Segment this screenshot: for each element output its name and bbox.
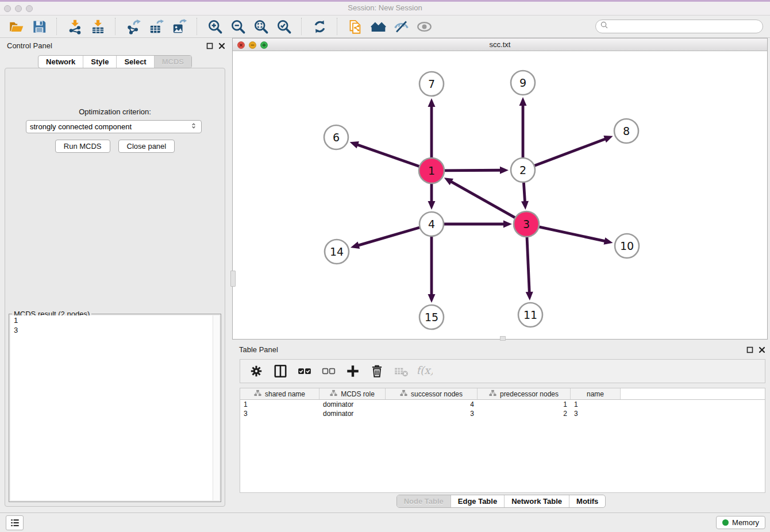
node-11[interactable]: 11 <box>518 303 542 327</box>
tab-network[interactable]: Network <box>38 56 83 68</box>
tab-mcds[interactable]: MCDS <box>154 56 191 68</box>
node-label: 9 <box>519 76 526 89</box>
node-label: 10 <box>620 240 634 252</box>
run-mcds-button[interactable]: Run MCDS <box>55 140 110 153</box>
toolbar-separator <box>115 18 116 35</box>
export-network-icon[interactable] <box>124 17 143 36</box>
table-panel: Table Panel f(x) shared nameMCDS rolesuc… <box>232 342 770 510</box>
export-table-icon[interactable] <box>147 17 165 36</box>
edge-1-4[interactable] <box>428 182 436 210</box>
tab-motifs[interactable]: Motifs <box>569 495 605 507</box>
node-6[interactable]: 6 <box>324 125 348 149</box>
memory-button[interactable]: Memory <box>716 516 765 529</box>
splitter-grip-bottom[interactable] <box>500 336 506 341</box>
tab-network-table[interactable]: Network Table <box>504 495 569 507</box>
search-input[interactable] <box>610 21 763 32</box>
table-cell[interactable]: 1 <box>571 400 621 409</box>
edge-2-8[interactable] <box>533 136 613 166</box>
eye-icon[interactable] <box>415 17 433 36</box>
float-table-panel-icon[interactable] <box>746 345 753 356</box>
edge-4-15[interactable] <box>428 235 436 303</box>
node-label: 15 <box>425 311 438 323</box>
search-box[interactable] <box>595 20 763 33</box>
node-2[interactable]: 2 <box>511 158 535 182</box>
optimization-criterion-select[interactable]: strongly connected component <box>26 120 202 133</box>
node-8[interactable]: 8 <box>614 119 638 143</box>
table-cell[interactable]: 4 <box>386 400 478 409</box>
table-cell[interactable]: 1 <box>478 400 571 409</box>
table-cell[interactable]: dominator <box>319 409 386 418</box>
clone-network-icon[interactable] <box>346 17 364 36</box>
edge-3-1[interactable] <box>444 178 517 218</box>
edge-4-3[interactable] <box>442 221 512 228</box>
close-panel-icon[interactable] <box>218 41 225 52</box>
node-10[interactable]: 10 <box>615 234 639 258</box>
column-header-shared-name[interactable]: shared name <box>240 388 319 399</box>
node-4[interactable]: 4 <box>419 212 444 236</box>
import-table-icon[interactable] <box>88 17 107 36</box>
edge-2-3[interactable] <box>521 181 529 210</box>
node-9[interactable]: 9 <box>511 71 535 95</box>
table-cell[interactable]: dominator <box>319 400 386 409</box>
deselect-all-icon[interactable] <box>321 363 337 379</box>
table-header-row: shared nameMCDS rolesuccessor nodesprede… <box>240 388 765 400</box>
tab-edge-table[interactable]: Edge Table <box>451 495 504 507</box>
result-scrollbar[interactable] <box>213 315 220 500</box>
splitter-grip-left[interactable] <box>230 271 236 287</box>
table-row[interactable]: 3dominator323 <box>240 409 765 418</box>
hierarchy-icon <box>254 390 261 398</box>
home-icon[interactable] <box>369 17 387 36</box>
zoom-in-icon[interactable] <box>206 17 224 36</box>
node-1[interactable]: 1 <box>419 158 444 183</box>
edge-1-2[interactable] <box>442 167 509 174</box>
delete-table-icon <box>393 363 409 379</box>
columns-icon[interactable] <box>272 363 288 379</box>
zoom-out-icon[interactable] <box>229 17 247 36</box>
close-table-panel-icon[interactable] <box>759 345 765 356</box>
table-cell[interactable]: 2 <box>478 409 571 418</box>
tab-node-table[interactable]: Node Table <box>397 495 451 507</box>
add-icon[interactable] <box>345 363 361 379</box>
import-network-icon[interactable] <box>66 17 84 36</box>
node-7[interactable]: 7 <box>419 72 444 96</box>
refresh-icon[interactable] <box>310 17 329 36</box>
function-icon: f(x) <box>417 363 433 379</box>
edge-3-10[interactable] <box>537 226 613 245</box>
node-3[interactable]: 3 <box>514 211 539 237</box>
mcds-result-list[interactable]: 13 <box>10 315 220 500</box>
gear-icon[interactable] <box>248 363 264 379</box>
zoom-fit-icon[interactable] <box>252 17 270 36</box>
node-15[interactable]: 15 <box>419 305 444 329</box>
zoom-selected-icon[interactable] <box>275 17 293 36</box>
column-header-successor-nodes[interactable]: successor nodes <box>386 388 478 399</box>
column-header-predecessor-nodes[interactable]: predecessor nodes <box>478 388 571 399</box>
column-header-name[interactable]: name <box>571 388 621 399</box>
edge-1-7[interactable] <box>428 98 436 160</box>
edge-3-11[interactable] <box>526 235 533 300</box>
table-cell[interactable]: 3 <box>386 409 478 418</box>
network-view-window: scc.txt 7968124314101511 <box>232 38 768 340</box>
tab-select[interactable]: Select <box>116 56 153 68</box>
table-cell[interactable]: 3 <box>571 409 621 418</box>
float-panel-icon[interactable] <box>206 41 213 52</box>
network-canvas[interactable]: 7968124314101511 <box>233 51 767 339</box>
edge-2-9[interactable] <box>519 97 527 159</box>
delete-icon[interactable] <box>369 363 385 379</box>
edge-1-6[interactable] <box>350 141 421 167</box>
column-header-MCDS-role[interactable]: MCDS role <box>319 388 386 399</box>
edge-4-14[interactable] <box>351 227 421 249</box>
hide-icon[interactable] <box>392 17 410 36</box>
network-list-button[interactable] <box>6 515 24 530</box>
select-all-icon[interactable] <box>297 363 313 379</box>
export-image-icon[interactable] <box>170 17 188 36</box>
node-14[interactable]: 14 <box>325 240 349 264</box>
table-row[interactable]: 1dominator411 <box>240 400 765 409</box>
save-session-icon[interactable] <box>30 17 48 36</box>
column-label: predecessor nodes <box>500 390 559 398</box>
table-cell[interactable]: 1 <box>240 400 319 409</box>
table-cell[interactable]: 3 <box>240 409 319 418</box>
close-panel-button[interactable]: Close panel <box>118 140 175 153</box>
open-session-icon[interactable] <box>7 17 25 36</box>
tab-style[interactable]: Style <box>83 56 116 68</box>
node-label: 3 <box>523 218 530 230</box>
